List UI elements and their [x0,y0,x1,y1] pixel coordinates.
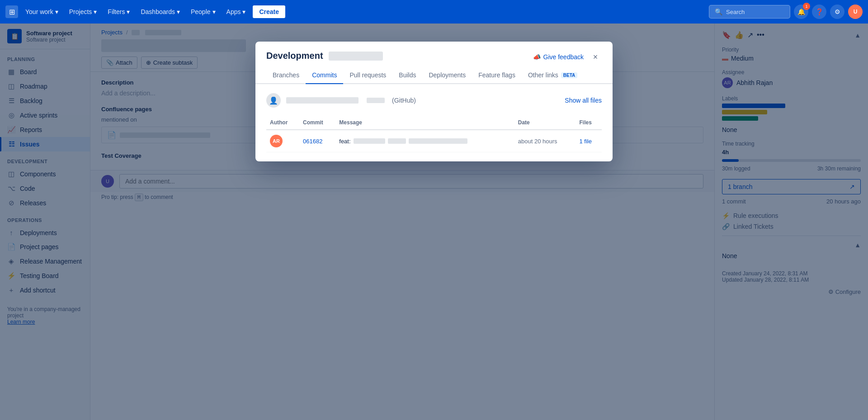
tab-feature-flags[interactable]: Feature flags [472,67,522,84]
col-author: Author [266,117,299,130]
chevron-down-icon: ▾ [94,8,97,15]
modal-body: 👤 (GitHub) Show all files Author Commit … [255,84,613,161]
commit-files-link[interactable]: 1 file [580,138,592,145]
chevron-down-icon: ▾ [55,8,58,15]
commit-author-cell: AR [266,130,299,152]
commit-date-cell: about 20 hours [514,130,576,152]
chevron-down-icon: ▾ [127,8,130,15]
commits-table-head: Author Commit Message Date Files [266,117,602,130]
col-commit: Commit [299,117,335,130]
nav-right: 🔍 Search 🔔 1 ❓ ⚙ U [709,5,863,19]
commit-msg-blurred-1 [354,138,385,144]
commit-hash-link[interactable]: 061682 [303,138,322,145]
show-all-files-link[interactable]: Show all files [565,97,602,104]
tab-deployments[interactable]: Deployments [422,67,472,84]
commit-msg-blurred-2 [388,138,406,144]
repo-name-blurred-2 [367,98,385,103]
repo-avatar: 👤 [266,93,281,108]
commits-table-body: AR 061682 feat: [266,130,602,152]
tab-commits[interactable]: Commits [306,67,343,84]
help-button[interactable]: ❓ [812,5,826,19]
modal-header: Development 📣 Give feedback × [255,42,613,63]
tab-branches[interactable]: Branches [266,67,306,84]
tab-pull-requests[interactable]: Pull requests [343,67,392,84]
commit-author-avatar: AR [270,135,283,147]
chevron-down-icon: ▾ [212,8,216,15]
modal-close-button[interactable]: × [589,51,602,63]
modal-title: Development [266,51,383,61]
nav-item-your-work[interactable]: Your work ▾ [22,5,62,18]
nav-item-filters[interactable]: Filters ▾ [104,5,133,18]
commits-table: Author Commit Message Date Files AR 0616… [266,117,602,152]
notifications-button[interactable]: 🔔 1 [794,5,808,19]
beta-badge: BETA [561,72,577,78]
search-box[interactable]: 🔍 Search [709,5,790,19]
chevron-down-icon: ▾ [177,8,180,15]
settings-button[interactable]: ⚙ [830,5,844,19]
nav-item-dashboards[interactable]: Dashboards ▾ [137,5,184,18]
col-date: Date [514,117,576,130]
commit-message: feat: [339,138,511,145]
commit-msg-blurred-3 [409,138,467,144]
modal-overlay[interactable]: Development 📣 Give feedback × Branches C… [0,24,868,420]
repo-name-blurred [286,97,359,104]
col-message: Message [335,117,514,130]
megaphone-icon: 📣 [533,53,541,61]
repo-header: 👤 (GitHub) Show all files [266,93,602,108]
search-icon: 🔍 [715,8,722,15]
commit-hash-cell: 061682 [299,130,335,152]
col-files: Files [576,117,602,130]
modal-header-right: 📣 Give feedback × [533,51,602,63]
tab-builds[interactable]: Builds [392,67,422,84]
nav-item-apps[interactable]: Apps ▾ [223,5,250,18]
repo-source: (GitHub) [392,97,416,104]
table-row: AR 061682 feat: [266,130,602,152]
notif-badge: 1 [803,3,810,10]
table-header-row: Author Commit Message Date Files [266,117,602,130]
development-modal: Development 📣 Give feedback × Branches C… [255,42,613,161]
user-avatar[interactable]: U [848,5,863,19]
nav-item-projects[interactable]: Projects ▾ [66,5,101,18]
top-nav: ⊞ Your work ▾ Projects ▾ Filters ▾ Dashb… [0,0,868,24]
commit-date: about 20 hours [518,138,557,145]
modal-tabs: Branches Commits Pull requests Builds De… [255,67,613,84]
tab-other-links[interactable]: Other links BETA [522,67,584,84]
nav-logo-icon[interactable]: ⊞ [5,5,18,18]
chevron-down-icon: ▾ [242,8,245,15]
feedback-button[interactable]: 📣 Give feedback [533,53,584,61]
nav-item-people[interactable]: People ▾ [187,5,219,18]
create-button[interactable]: Create [253,5,285,18]
commit-message-cell: feat: [335,130,514,152]
commit-files-cell: 1 file [576,130,602,152]
modal-title-blurred [329,52,383,61]
